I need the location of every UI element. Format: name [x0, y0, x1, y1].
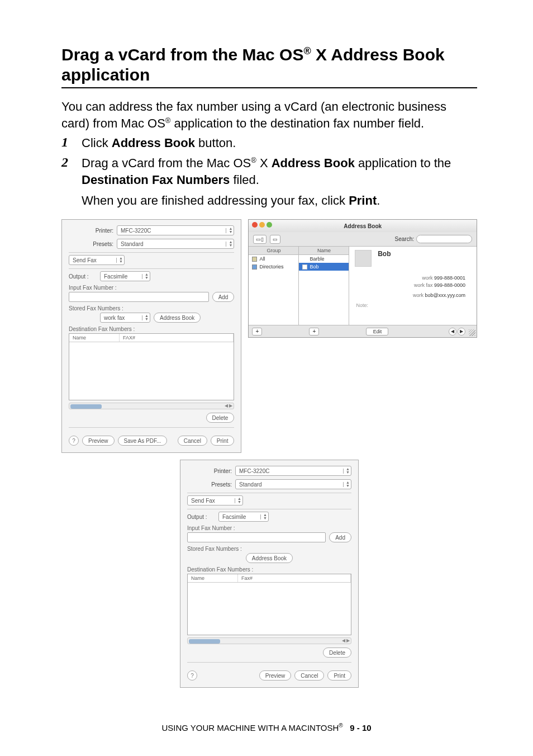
step1-bold: Address Book: [112, 136, 195, 150]
step2-line3-bold: Print: [349, 193, 377, 207]
contact-bob[interactable]: Bob: [299, 263, 349, 271]
input-fax-field[interactable]: [69, 292, 209, 302]
output-label-2: Output :: [187, 514, 215, 520]
step2-bold1: Address Book: [272, 156, 355, 170]
card-name: Bob: [378, 250, 391, 258]
preview-button-2[interactable]: Preview: [259, 670, 292, 681]
intro-text-2: application to the destination fax numbe…: [170, 116, 424, 130]
address-book-toolbar: ▭▯ ▭ Search:: [249, 232, 477, 247]
work-label: work: [422, 275, 432, 281]
view-card-only-button[interactable]: ▭: [270, 235, 280, 244]
prev-card-button[interactable]: ◀: [449, 328, 456, 336]
address-book-window: Address Book ▭▯ ▭ Search: Group All Dire…: [248, 219, 477, 338]
input-fax-label-2: Input Fax Number :: [187, 525, 351, 531]
preview-button[interactable]: Preview: [82, 436, 115, 446]
presets-label: Presets:: [69, 241, 113, 247]
screenshot-row-2: Printer: MFC-3220C▲▼ Presets: Standard▲▼…: [61, 460, 477, 688]
cancel-button-2[interactable]: Cancel: [294, 670, 324, 681]
footer-text: USING YOUR MACHINE WITH A MACINTOSH: [161, 723, 339, 733]
delete-button[interactable]: Delete: [206, 413, 235, 423]
address-book-title: Address Book: [344, 223, 382, 229]
printer-label-2: Printer:: [187, 468, 232, 474]
resize-handle[interactable]: [469, 329, 475, 336]
card-column: Bob work 999-888-0001 work fax 999-888-0…: [349, 247, 477, 325]
screenshot-row-1: Printer: MFC-3220C▲▼ Presets: Standard▲▼…: [61, 219, 477, 453]
step2-reg: ®: [251, 156, 256, 164]
address-book-titlebar: Address Book: [249, 220, 477, 232]
printer-select[interactable]: MFC-3220C▲▼: [117, 225, 234, 235]
printer-value: MFC-3220C: [121, 228, 151, 234]
stored-fax-value: work fax: [104, 315, 125, 321]
stored-fax-label: Stored Fax Numbers :: [69, 305, 234, 311]
group-directories[interactable]: Directories: [249, 263, 298, 271]
add-button-2[interactable]: Add: [329, 532, 351, 542]
add-contact-button[interactable]: +: [309, 328, 319, 336]
table-scrollbar-2[interactable]: ◀ ▶: [187, 637, 351, 644]
minimize-icon[interactable]: [259, 222, 265, 228]
print-dialog-2: Printer: MFC-3220C▲▼ Presets: Standard▲▼…: [180, 460, 359, 688]
step1-post: button.: [195, 136, 236, 150]
contact-barble[interactable]: Barble: [299, 255, 349, 263]
name-column: Name Barble Bob: [299, 247, 349, 325]
page-footer: USING YOUR MACHINE WITH A MACINTOSH® 9 -…: [0, 722, 533, 733]
print-button-2[interactable]: Print: [327, 670, 351, 681]
group-all[interactable]: All: [249, 255, 298, 263]
add-group-button[interactable]: +: [252, 328, 262, 336]
edit-button[interactable]: Edit: [366, 328, 388, 336]
col-name: Name: [69, 334, 120, 342]
window-controls[interactable]: [252, 222, 272, 228]
presets-label-2: Presets:: [187, 481, 232, 488]
page-heading: Drag a vCard from the Mac OS® X Address …: [61, 45, 477, 85]
output-select[interactable]: Facsimile▲▼: [100, 271, 150, 281]
step-1-number: 1: [61, 135, 68, 150]
col-name-2: Name: [188, 574, 238, 582]
step-2: 2 Drag a vCard from the Mac OS® X Addres…: [82, 155, 477, 209]
next-card-button[interactable]: ▶: [458, 328, 465, 336]
step2-post: filed.: [230, 173, 259, 187]
presets-value: Standard: [121, 241, 144, 247]
help-button[interactable]: ?: [69, 436, 79, 446]
printer-select-2[interactable]: MFC-3220C▲▼: [235, 466, 351, 476]
output-select-2[interactable]: Facsimile▲▼: [218, 512, 269, 522]
step2-bold2: Destination Fax Numbers: [82, 173, 230, 187]
presets-value-2: Standard: [239, 481, 262, 488]
save-pdf-button[interactable]: Save As PDF...: [118, 436, 168, 446]
step2-mid2: application to the: [355, 156, 451, 170]
zoom-icon[interactable]: [266, 222, 272, 228]
help-button-2[interactable]: ?: [187, 670, 197, 681]
note-label: Note:: [355, 303, 471, 308]
panel-select[interactable]: Send Fax▲▼: [69, 255, 125, 265]
delete-button-2[interactable]: Delete: [323, 648, 351, 658]
add-button[interactable]: Add: [212, 292, 235, 302]
intro-reg: ®: [165, 116, 171, 124]
view-card-and-columns-button[interactable]: ▭▯: [253, 235, 266, 244]
footer-reg: ®: [339, 722, 342, 729]
dest-fax-table-2[interactable]: Name Fax#: [187, 574, 351, 635]
address-book-footer: + + Edit ◀ ▶: [249, 325, 477, 337]
work-fax-label: work fax: [414, 282, 433, 288]
intro-paragraph: You can address the fax number using a v…: [61, 98, 477, 131]
print-button[interactable]: Print: [211, 436, 235, 446]
search-input[interactable]: [416, 235, 472, 243]
stored-fax-select[interactable]: work fax▲▼: [100, 313, 150, 323]
work-number: 999-888-0001: [434, 275, 465, 281]
panel-select-2[interactable]: Send Fax▲▼: [187, 495, 243, 505]
card-nav: ◀ ▶: [449, 328, 465, 336]
close-icon[interactable]: [252, 222, 258, 228]
address-book-button[interactable]: Address Book: [154, 313, 201, 323]
work-email-label: work: [413, 292, 423, 298]
address-book-button-2[interactable]: Address Book: [246, 553, 293, 563]
name-header: Name: [299, 247, 349, 255]
presets-select[interactable]: Standard▲▼: [117, 239, 234, 249]
table-scrollbar[interactable]: ◀ ▶: [69, 403, 234, 409]
presets-select-2[interactable]: Standard▲▼: [235, 479, 351, 489]
printer-value-2: MFC-3220C: [239, 468, 269, 474]
panel-value: Send Fax: [73, 257, 97, 263]
printer-label: Printer:: [69, 228, 113, 234]
work-fax-number: 999-888-0000: [434, 282, 465, 288]
cancel-button[interactable]: Cancel: [178, 436, 207, 446]
dest-fax-table[interactable]: Name FAX#: [69, 333, 234, 400]
output-label: Output :: [69, 273, 97, 280]
input-fax-field-2[interactable]: [187, 532, 326, 542]
output-value-2: Facsimile: [222, 514, 246, 520]
